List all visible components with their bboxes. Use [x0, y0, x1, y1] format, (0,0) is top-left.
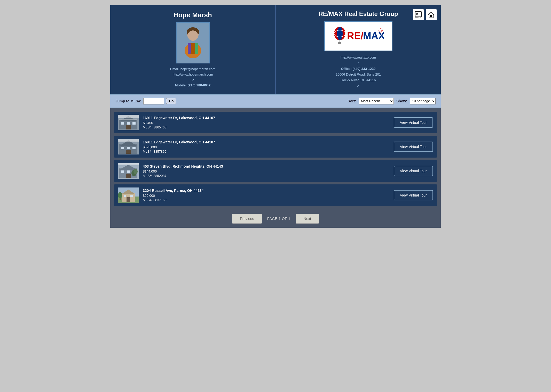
listing-info: 403 Steven Blvd, Richmond Heights, OH 44…	[143, 164, 390, 178]
svg-rect-56	[124, 195, 126, 197]
company-address2: Rocky River, OH 44116 ↗	[336, 77, 381, 89]
svg-rect-45	[121, 170, 124, 173]
svg-point-49	[133, 169, 138, 174]
svg-point-3	[188, 30, 198, 41]
company-name: RE/MAX Real Estate Group	[318, 10, 398, 18]
svg-rect-39	[132, 147, 136, 149]
svg-rect-6	[188, 43, 191, 54]
remax-logo: RE/ MAX R	[324, 21, 392, 51]
view-virtual-tour-button[interactable]: View Virtual Tour	[394, 166, 433, 176]
svg-text:RE/: RE/	[347, 30, 364, 41]
previous-button[interactable]: Previous	[232, 214, 262, 224]
agent-section: Hope Marsh	[110, 5, 276, 94]
svg-rect-38	[127, 147, 130, 149]
realtor-icon: R REALTOR	[413, 9, 424, 20]
company-contact: http://www.realtyxo.com ↗ Office: (440) …	[336, 55, 381, 89]
listing-row: 403 Steven Blvd, Richmond Heights, OH 44…	[114, 160, 437, 182]
svg-text:R: R	[380, 29, 382, 32]
svg-rect-33	[119, 119, 137, 120]
listing-address: 16911 Edgewater Dr, Lakewood, OH 44107	[143, 116, 390, 120]
listing-price: $525,000	[143, 145, 390, 149]
show-label: Show:	[396, 99, 407, 103]
listing-thumbnail	[118, 187, 139, 203]
svg-rect-12	[338, 42, 341, 44]
svg-rect-60	[120, 198, 121, 200]
listing-mls: MLS#: 3837163	[143, 198, 390, 202]
listing-row: 3204 Russell Ave, Parma, OH 44134 $99,00…	[114, 184, 437, 206]
agent-name: Hope Marsh	[174, 11, 212, 19]
listing-address: 3204 Russell Ave, Parma, OH 44134	[143, 189, 390, 193]
agent-photo	[176, 22, 210, 63]
svg-rect-30	[132, 122, 136, 125]
go-button[interactable]: Go	[166, 98, 176, 104]
show-select[interactable]: 10 per page 25 per page 50 per page	[410, 98, 436, 104]
svg-rect-50	[118, 163, 139, 165]
view-virtual-tour-button[interactable]: View Virtual Tour	[394, 190, 433, 200]
svg-point-9	[337, 27, 343, 40]
svg-rect-7	[195, 43, 198, 54]
agent-contact: Email: hope@hopemarsh.com http://www.hop…	[170, 67, 215, 88]
listing-price: $99,000	[143, 194, 390, 198]
sort-select[interactable]: Most Recent Price: Low to High Price: Hi…	[359, 98, 394, 104]
listing-thumbnail	[118, 115, 139, 130]
svg-rect-37	[121, 147, 124, 149]
svg-rect-46	[127, 170, 130, 173]
company-website: http://www.realtyxo.com ↗	[336, 55, 381, 66]
jump-section: Jump to MLS#: Go	[115, 98, 176, 104]
listing-mls: MLS#: 3852087	[143, 174, 390, 178]
listing-thumbnail	[118, 139, 139, 154]
listing-address: 16911 Edgewater Dr, Lakewood, OH 44107	[143, 140, 390, 144]
listings-container: 16911 Edgewater Dr, Lakewood, OH 44107 $…	[110, 108, 441, 210]
listing-thumbnail	[118, 163, 139, 179]
view-virtual-tour-button[interactable]: View Virtual Tour	[394, 117, 433, 128]
listing-info: 3204 Russell Ave, Parma, OH 44134 $99,00…	[143, 189, 390, 202]
listing-row: 16911 Edgewater Dr, Lakewood, OH 44107 $…	[114, 112, 437, 133]
listing-mls: MLS#: 3865468	[143, 125, 390, 129]
svg-rect-29	[127, 122, 130, 125]
sort-label: Sort:	[348, 99, 356, 103]
equal-housing-icon	[426, 9, 437, 20]
svg-rect-47	[126, 174, 131, 178]
listing-info: 16911 Edgewater Dr, Lakewood, OH 44107 $…	[143, 140, 390, 153]
svg-text:REALTOR: REALTOR	[415, 17, 422, 18]
header: Hope Marsh	[110, 5, 441, 94]
next-button[interactable]: Next	[296, 214, 319, 224]
page-wrapper: Hope Marsh	[110, 5, 441, 228]
svg-rect-32	[118, 115, 139, 118]
company-office: Office: (440) 333-1230	[336, 66, 381, 72]
svg-rect-41	[118, 139, 139, 142]
svg-rect-57	[130, 195, 133, 197]
listing-price: $144,000	[143, 169, 390, 173]
toolbar: Jump to MLS#: Go Sort: Most Recent Price…	[110, 94, 441, 108]
agent-website: http://www.hopemarsh.com ↗	[170, 72, 215, 83]
svg-text:R: R	[416, 13, 418, 16]
svg-rect-58	[127, 197, 130, 202]
listing-price: $3,400	[143, 121, 390, 125]
company-address1: 20006 Detroit Road, Suite 201	[336, 72, 381, 77]
svg-rect-28	[121, 122, 124, 125]
mls-jump-input[interactable]	[143, 98, 164, 104]
listing-address: 403 Steven Blvd, Richmond Heights, OH 44…	[143, 164, 390, 168]
listing-mls: MLS#: 3857869	[143, 150, 390, 153]
listing-row: 16911 Edgewater Dr, Lakewood, OH 44107 $…	[114, 136, 437, 158]
page-info: Page 1 of 1	[267, 217, 290, 221]
header-icons: R REALTOR	[413, 9, 437, 20]
svg-rect-31	[126, 125, 131, 129]
agent-email: Email: hope@hopemarsh.com	[170, 67, 215, 72]
sort-section: Sort: Most Recent Price: Low to High Pri…	[348, 98, 436, 104]
agent-mobile: Mobile: (216) 780-0642	[170, 83, 215, 88]
pagination: Previous Page 1 of 1 Next	[110, 210, 441, 228]
listing-info: 16911 Edgewater Dr, Lakewood, OH 44107 $…	[143, 116, 390, 129]
jump-label: Jump to MLS#:	[115, 99, 141, 103]
svg-rect-40	[126, 150, 131, 154]
view-virtual-tour-button[interactable]: View Virtual Tour	[394, 142, 433, 152]
svg-point-59	[118, 192, 122, 198]
